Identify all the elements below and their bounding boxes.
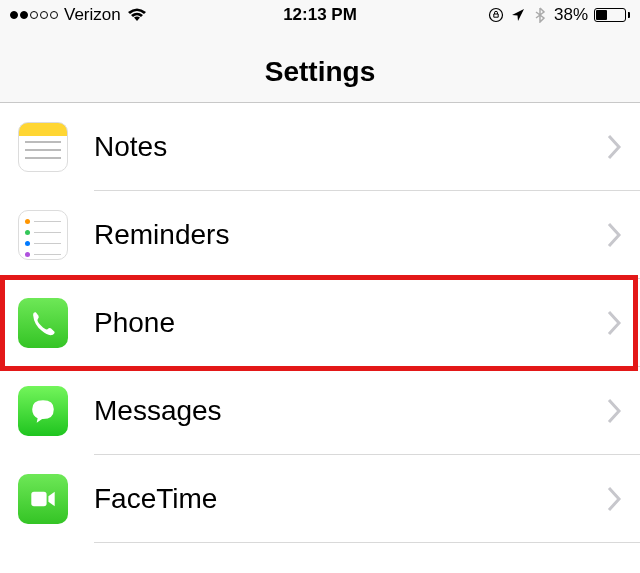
chevron-right-icon	[606, 398, 622, 424]
bluetooth-icon	[532, 7, 548, 23]
status-time: 12:13 PM	[283, 5, 357, 25]
battery-percent-label: 38%	[554, 5, 588, 25]
settings-row-facetime[interactable]: FaceTime	[0, 455, 640, 543]
notes-icon	[18, 122, 68, 172]
wifi-icon	[127, 8, 147, 22]
chevron-right-icon	[606, 222, 622, 248]
chevron-right-icon	[606, 134, 622, 160]
row-label: Reminders	[94, 219, 606, 251]
settings-list: Notes Reminders Phone	[0, 103, 640, 543]
location-icon	[510, 7, 526, 23]
reminders-icon	[18, 210, 68, 260]
signal-strength-icon	[10, 11, 58, 19]
battery-icon	[594, 8, 630, 22]
page-title: Settings	[0, 56, 640, 88]
facetime-icon	[18, 474, 68, 524]
rotation-lock-icon	[488, 7, 504, 23]
chevron-right-icon	[606, 310, 622, 336]
messages-icon	[18, 386, 68, 436]
status-left: Verizon	[10, 5, 147, 25]
settings-header: Settings	[0, 30, 640, 103]
status-bar: Verizon 12:13 PM 38%	[0, 0, 640, 30]
status-right: 38%	[488, 5, 630, 25]
svg-point-0	[489, 9, 502, 22]
carrier-label: Verizon	[64, 5, 121, 25]
row-label: Notes	[94, 131, 606, 163]
chevron-right-icon	[606, 486, 622, 512]
settings-row-messages[interactable]: Messages	[0, 367, 640, 455]
row-label: Phone	[94, 307, 606, 339]
settings-row-phone[interactable]: Phone	[0, 279, 640, 367]
svg-rect-1	[31, 492, 46, 506]
row-label: FaceTime	[94, 483, 606, 515]
settings-row-reminders[interactable]: Reminders	[0, 191, 640, 279]
row-label: Messages	[94, 395, 606, 427]
phone-icon	[18, 298, 68, 348]
settings-row-notes[interactable]: Notes	[0, 103, 640, 191]
